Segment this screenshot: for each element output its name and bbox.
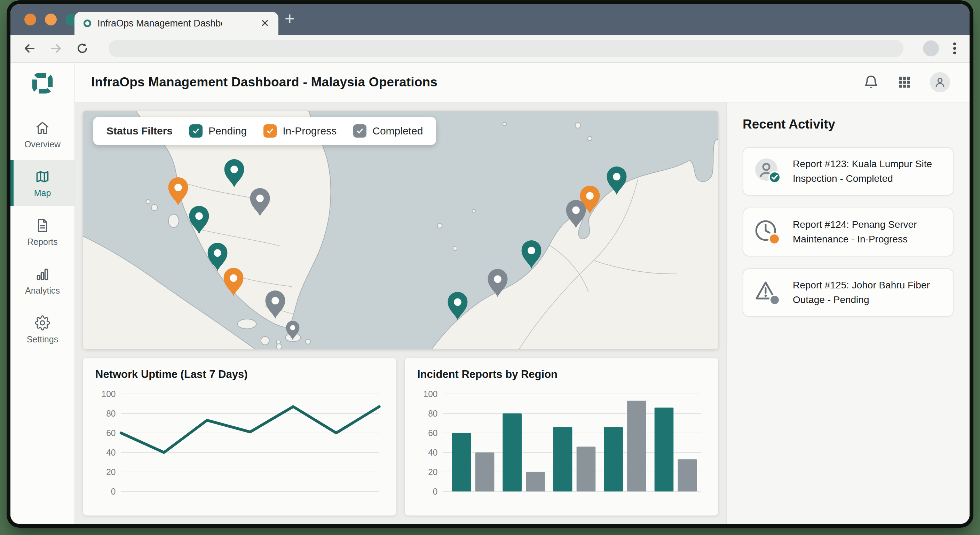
map-pin-in_progress[interactable] <box>167 176 189 208</box>
incident-bar <box>604 427 623 492</box>
map-pin-pending[interactable] <box>188 204 210 236</box>
sidebar-item-label: Reports <box>27 237 58 247</box>
y-axis-tick-label: 100 <box>423 389 438 399</box>
browser-toolbar <box>10 35 970 63</box>
incident-bar <box>526 472 545 492</box>
incident-bar <box>627 401 646 492</box>
window-minimize-button[interactable] <box>45 14 57 26</box>
map-pin-completed[interactable] <box>285 320 300 342</box>
user-check-icon <box>754 157 782 186</box>
activity-card[interactable]: Report #124: Penang Server Maintenance -… <box>743 208 953 256</box>
activity-card-text: Report #125: Johor Bahru Fiber Outage - … <box>793 278 942 307</box>
y-axis-tick-label: 80 <box>106 408 116 418</box>
user-avatar-icon <box>933 75 947 89</box>
activity-list: Report #123: Kuala Lumpur Site Inspectio… <box>743 147 953 317</box>
back-icon[interactable] <box>23 42 36 55</box>
y-axis-tick-label: 100 <box>102 389 116 399</box>
home-icon <box>35 120 50 136</box>
y-axis-tick-label: 20 <box>106 467 116 477</box>
uptime-line-chart: 020406080100 <box>95 387 384 502</box>
sidebar-item-label: Map <box>34 188 51 198</box>
uptime-chart-card: Network Uptime (Last 7 Days) 02040608010… <box>83 358 396 516</box>
browser-tab-strip: InfraOps Management Dashboard ✕ + <box>10 4 970 35</box>
sidebar-item-analytics[interactable]: Analytics <box>10 258 75 304</box>
y-axis-tick-label: 0 <box>433 486 438 496</box>
browser-menu-icon[interactable] <box>952 42 957 55</box>
sidebar-item-reports[interactable]: Reports <box>10 209 75 255</box>
incident-bar <box>476 452 495 492</box>
browser-tab[interactable]: InfraOps Management Dashboard ✕ <box>75 12 278 35</box>
incident-bar <box>553 427 573 492</box>
incident-bar <box>577 447 596 492</box>
y-axis-tick-label: 20 <box>428 467 438 477</box>
window-controls <box>24 14 77 26</box>
map-icon <box>35 169 50 184</box>
header-actions <box>863 72 950 92</box>
recent-activity-title: Recent Activity <box>743 117 953 132</box>
activity-card[interactable]: Report #123: Kuala Lumpur Site Inspectio… <box>743 147 953 196</box>
map-pin-layer <box>83 111 718 349</box>
map-pin-pending[interactable] <box>520 239 542 271</box>
refresh-icon[interactable] <box>76 42 89 55</box>
y-axis-tick-label: 80 <box>428 408 438 418</box>
sidebar-item-label: Settings <box>27 334 58 345</box>
incidents-chart-title: Incident Reports by Region <box>417 368 706 381</box>
dashboard-main: Status Filters PendingIn-ProgressComplet… <box>75 102 970 524</box>
map-pin-in_progress[interactable] <box>223 267 244 299</box>
incident-bar <box>452 433 471 492</box>
apps-grid-icon[interactable] <box>897 75 912 89</box>
new-tab-button[interactable]: + <box>285 10 295 27</box>
notifications-bell-icon[interactable] <box>863 74 879 90</box>
forward-icon[interactable] <box>49 42 63 55</box>
activity-card-text: Report #123: Kuala Lumpur Site Inspectio… <box>793 157 942 186</box>
tab-title: InfraOps Management Dashboard <box>97 18 222 29</box>
sidebar-item-label: Analytics <box>25 286 60 296</box>
browser-window: InfraOps Management Dashboard ✕ + Overvi… <box>10 4 970 524</box>
clock-icon <box>754 218 782 246</box>
map-pin-pending[interactable] <box>606 165 627 197</box>
document-icon <box>35 218 50 233</box>
sidebar-item-overview[interactable]: Overview <box>10 112 75 157</box>
y-axis-tick-label: 60 <box>428 428 438 438</box>
page-title: InfraOps Management Dashboard - Malaysia… <box>91 75 438 89</box>
address-bar[interactable] <box>108 40 904 57</box>
warning-icon <box>754 278 782 307</box>
map-pin-completed[interactable] <box>264 289 286 321</box>
y-axis-tick-label: 40 <box>428 447 438 457</box>
sidebar-item-label: Overview <box>24 139 60 149</box>
app-content-column: InfraOps Management Dashboard - Malaysia… <box>75 63 970 524</box>
tab-close-icon[interactable]: ✕ <box>261 18 269 29</box>
gear-icon <box>35 315 50 331</box>
tab-favicon-icon <box>84 19 91 27</box>
desktop-background: { "window": { "traffic_lights": ["#e8883… <box>0 0 980 535</box>
map-pin-completed[interactable] <box>565 198 587 230</box>
sidebar-item-map[interactable]: Map <box>10 160 75 206</box>
bar-chart-icon <box>35 267 50 282</box>
map-pin-completed[interactable] <box>249 186 271 219</box>
window-close-button[interactable] <box>24 14 36 26</box>
dashboard-content: Status Filters PendingIn-ProgressComplet… <box>75 102 726 524</box>
incidents-chart-card: Incident Reports by Region 020406080100 <box>405 358 718 516</box>
activity-card-text: Report #124: Penang Server Maintenance -… <box>793 217 942 247</box>
y-axis-tick-label: 0 <box>111 486 116 496</box>
incidents-bar-chart: 020406080100 <box>417 387 706 502</box>
browser-profile-avatar[interactable] <box>923 40 939 56</box>
app-logo-icon <box>31 72 54 95</box>
incident-bar <box>678 460 697 492</box>
map-pin-pending[interactable] <box>223 158 245 190</box>
sidebar: OverviewMapReportsAnalyticsSettings <box>10 63 75 524</box>
map-pin-pending[interactable] <box>447 290 468 322</box>
incident-bar <box>655 407 674 492</box>
app-header: InfraOps Management Dashboard - Malaysia… <box>75 63 970 102</box>
incident-bar <box>503 414 522 492</box>
y-axis-tick-label: 60 <box>106 428 116 438</box>
user-avatar[interactable] <box>930 72 950 92</box>
activity-card[interactable]: Report #125: Johor Bahru Fiber Outage - … <box>743 268 953 317</box>
charts-row: Network Uptime (Last 7 Days) 02040608010… <box>83 358 718 516</box>
map-panel[interactable]: Status Filters PendingIn-ProgressComplet… <box>83 111 718 349</box>
sidebar-item-settings[interactable]: Settings <box>10 307 75 353</box>
recent-activity-panel: Recent Activity Report #123: Kuala Lumpu… <box>726 102 970 524</box>
app-frame: OverviewMapReportsAnalyticsSettings Infr… <box>10 63 970 524</box>
map-pin-completed[interactable] <box>487 267 508 300</box>
y-axis-tick-label: 40 <box>106 447 116 457</box>
